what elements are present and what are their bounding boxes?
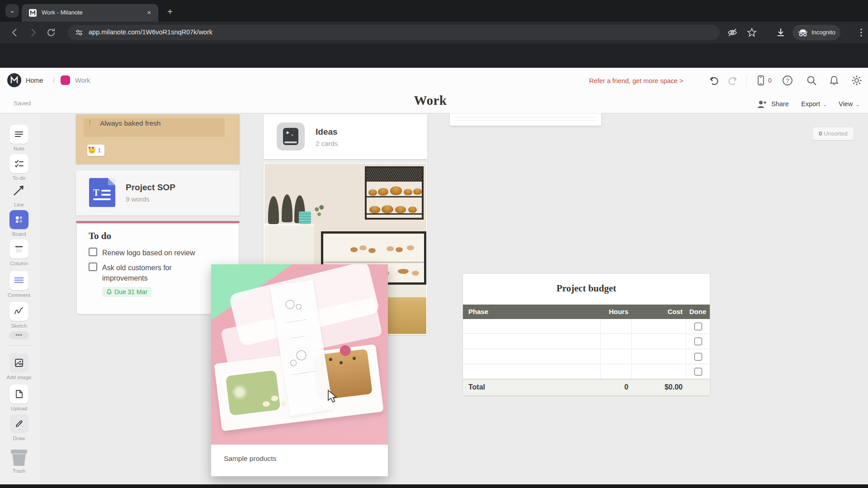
tab-search-button[interactable]: ⌄ (5, 4, 19, 18)
todo-item-1: Renew logo based on review (102, 248, 224, 258)
help-icon[interactable]: ? (782, 75, 793, 86)
budget-table-row[interactable] (463, 334, 710, 349)
budget-row-checkbox[interactable] (694, 338, 702, 345)
tool-trash[interactable]: Trash (0, 450, 38, 474)
chevron-down-icon: ⌄ (823, 102, 827, 108)
view-button[interactable]: View⌄ (839, 100, 859, 108)
tool-line[interactable]: Line (0, 181, 38, 207)
refer-friend-link[interactable]: Refer a friend, get more space > (589, 77, 683, 84)
reaction-chip[interactable]: ♥♥ 1 (87, 145, 104, 156)
due-date-chip[interactable]: Due 31 Mar (102, 287, 151, 297)
tool-more[interactable]: ••• (0, 331, 38, 339)
todo-checkbox-2[interactable] (89, 263, 97, 271)
incognito-label: Incognito (811, 29, 835, 36)
svg-text:?: ? (786, 77, 789, 84)
budget-table-row[interactable] (463, 319, 710, 334)
trash-can-icon (12, 454, 26, 466)
cell-cost[interactable] (631, 349, 686, 364)
budget-row-checkbox[interactable] (694, 353, 702, 361)
board-icon (9, 210, 28, 229)
tool-upload[interactable]: Upload (0, 385, 38, 411)
tab-close-icon[interactable]: × (145, 8, 154, 17)
cell-hours[interactable] (600, 349, 631, 364)
undo-icon[interactable] (708, 75, 720, 86)
cell-hours[interactable] (600, 364, 631, 379)
cell-hours[interactable] (600, 334, 631, 348)
app-header: Home / Work Refer a friend, get more spa… (0, 68, 868, 113)
plant (313, 203, 325, 223)
browser-tab[interactable]: Work - Milanote × (22, 4, 158, 22)
forward-icon[interactable] (27, 27, 39, 38)
share-button[interactable]: Share (771, 100, 789, 108)
milanote-logo[interactable] (7, 73, 21, 87)
cell-cost[interactable] (631, 319, 686, 333)
page-title: Work (385, 93, 476, 108)
back-icon[interactable] (9, 27, 21, 38)
idea-book-icon: ✦ ✧ (283, 128, 298, 145)
breadcrumb-board[interactable]: Work (75, 77, 90, 84)
browser-menu-icon[interactable] (855, 27, 867, 38)
tool-column[interactable]: Column (0, 239, 38, 266)
cell-cost[interactable] (631, 364, 686, 379)
breadcrumb-home[interactable]: Home (26, 77, 43, 84)
board-card-ideas[interactable]: ✦ ✧ Ideas 2 cards (264, 114, 427, 159)
document-card[interactable]: T Project SOP 9 words (76, 170, 240, 216)
todo-title: To do (89, 230, 111, 242)
budget-card[interactable]: Project budget Phase Hours Cost Done Tot… (463, 274, 710, 395)
bookmark-star-icon[interactable] (746, 27, 758, 38)
budget-table-row[interactable] (463, 349, 710, 364)
password-eye-off-icon[interactable] (726, 27, 738, 38)
toolbar-divider (7, 345, 31, 346)
new-tab-button[interactable]: + (164, 6, 176, 19)
browser-chrome: ⌄ Work - Milanote × + (0, 0, 868, 68)
budget-header-row: Phase Hours Cost Done (463, 305, 710, 319)
tool-draw[interactable]: Draw (0, 414, 38, 441)
more-icon: ••• (9, 331, 29, 339)
board-canvas[interactable]: Note To-do Line Board Column (0, 113, 868, 484)
search-icon[interactable] (806, 75, 817, 86)
budget-title: Project budget (463, 283, 710, 294)
image-card-sample-products[interactable]: Sample products (211, 264, 388, 476)
milanote-favicon (29, 9, 37, 17)
todo-checkbox-1[interactable] (89, 248, 97, 256)
partial-card-line (454, 120, 597, 121)
share-person-icon[interactable] (756, 99, 768, 110)
unsorted-badge[interactable]: 0 Unsorted (813, 127, 854, 140)
reload-icon[interactable] (45, 27, 57, 38)
tool-sketch[interactable]: Sketch (0, 302, 38, 328)
budget-table-row[interactable] (463, 364, 710, 379)
column-header-hours: Hours (600, 308, 628, 315)
cell-cost[interactable] (631, 334, 686, 348)
line-element[interactable] (76, 221, 240, 223)
saved-status: Saved (14, 100, 31, 107)
notifications-bell-icon[interactable] (828, 75, 840, 86)
tool-note[interactable]: Note (0, 125, 38, 151)
note-card[interactable]: ! Always baked fresh ♥♥ 1 (76, 114, 240, 164)
sketch-icon (9, 302, 28, 321)
note-icon (9, 125, 28, 144)
mobile-device-icon[interactable] (755, 75, 767, 86)
url-text[interactable]: app.milanote.com/1W6voR1snqR07k/work (89, 28, 212, 36)
cell-hours[interactable] (600, 319, 631, 333)
reminder-bell-icon (106, 289, 112, 295)
budget-row-checkbox[interactable] (694, 368, 702, 375)
partial-card[interactable] (450, 113, 601, 126)
tool-board[interactable]: Board (0, 210, 38, 237)
sample-products-photo (211, 264, 388, 445)
image-caption: Sample products (224, 455, 276, 463)
tool-comment[interactable]: Comment (0, 271, 38, 298)
budget-table-body (463, 319, 710, 379)
tab-strip: ⌄ Work - Milanote × + (0, 0, 868, 22)
column-icon (9, 239, 28, 258)
site-settings-icon (75, 28, 83, 37)
board-color-icon (61, 75, 70, 85)
total-hours: 0 (600, 383, 628, 391)
settings-gear-icon[interactable] (851, 75, 863, 86)
tool-todo[interactable]: To-do (0, 154, 38, 181)
url-bar[interactable]: app.milanote.com/1W6voR1snqR07k/work (68, 25, 720, 40)
download-icon[interactable] (775, 27, 787, 38)
export-button[interactable]: Export⌄ (801, 100, 827, 108)
tool-add-image[interactable]: Add image (0, 353, 38, 380)
redo-icon[interactable] (727, 75, 739, 86)
budget-row-checkbox[interactable] (694, 323, 702, 330)
